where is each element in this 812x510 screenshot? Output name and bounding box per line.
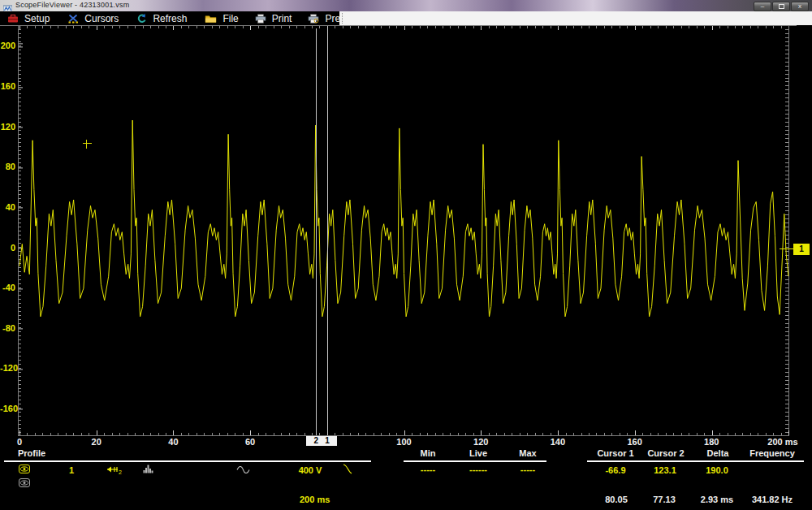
cursor-flag-1[interactable]: 1 — [325, 436, 330, 446]
cursor2-voltage: 123.1 — [654, 465, 676, 475]
timebase-value: 200 ms — [300, 495, 330, 504]
x-axis-tick-label: 20 — [92, 437, 102, 447]
y-axis-tick-label: 160 — [0, 81, 15, 91]
scope-file-viewer-window: ScopeFileViewer - 42313001.vsm – x Setup… — [0, 0, 812, 510]
folder-icon — [205, 14, 217, 24]
print-preview-icon — [308, 14, 319, 24]
x-axis-tick-label: 160 — [627, 437, 641, 447]
x-axis — [18, 435, 789, 436]
toolbar-grip[interactable] — [342, 13, 343, 24]
panel-divider — [587, 460, 804, 462]
setup-label: Setup — [24, 13, 50, 24]
toolbox-icon — [7, 14, 19, 24]
y-axis-tick-label: -120 — [0, 363, 15, 373]
cursors-button[interactable]: Cursors — [60, 11, 127, 25]
x-axis-tick-label: 40 — [168, 437, 178, 447]
min-value: ----- — [421, 465, 435, 474]
toolbar-filler — [339, 11, 812, 25]
svg-text:2: 2 — [119, 469, 122, 475]
printer-icon — [255, 14, 266, 24]
file-button[interactable]: File — [197, 11, 247, 25]
cursors-label: Cursors — [84, 13, 119, 24]
x-axis-tick-label: 200 ms — [767, 437, 797, 447]
cursor-flag-box[interactable]: 21 — [306, 436, 337, 446]
panel-divider — [404, 460, 546, 462]
channel-2-visibility-eye-icon[interactable] — [19, 478, 30, 487]
file-label: File — [222, 13, 238, 24]
frequency-header: Frequency — [749, 448, 795, 458]
y-axis-tick-label: 0 — [0, 243, 15, 253]
cursor2-time: 77.13 — [653, 495, 676, 504]
x-axis-major-ticks — [19, 430, 789, 435]
print-button[interactable]: Print — [248, 11, 301, 25]
channel-1-marker[interactable]: 1 — [793, 244, 810, 255]
channel-scale: 400 V — [299, 465, 322, 475]
cursor1-voltage: -66.9 — [605, 465, 625, 475]
channel-1-visibility-eye-icon[interactable] — [19, 465, 30, 473]
right-axis — [788, 25, 789, 435]
profile-header: Profile — [18, 448, 45, 458]
y-axis-tick-label: -160 — [0, 404, 15, 413]
y-axis-tick-label: 80 — [0, 162, 15, 171]
x-axis-tick-label: 100 — [396, 437, 411, 447]
max-header: Max — [519, 448, 536, 458]
live-header: Live — [469, 448, 487, 458]
right-axis-minor-ticks — [785, 29, 788, 435]
min-header: Min — [421, 448, 436, 458]
crosshair-pointer — [86, 140, 87, 149]
cursor1-time: 80.05 — [605, 495, 628, 504]
window-title: ScopeFileViewer - 42313001.vsm — [15, 1, 129, 9]
cursor-flag-2[interactable]: 2 — [313, 436, 318, 446]
max-value: ----- — [520, 465, 535, 474]
minimize-button[interactable]: – — [754, 2, 771, 11]
histogram-icon[interactable] — [143, 465, 153, 473]
cursors-icon — [67, 14, 79, 24]
x-axis-tick-label: 60 — [245, 437, 255, 447]
delta-voltage: 190.0 — [706, 465, 728, 475]
y-axis-tick-label: -40 — [0, 283, 15, 292]
cursor1-header: Cursor 1 — [597, 448, 633, 458]
delta-header: Delta — [707, 448, 729, 458]
refresh-icon — [136, 13, 147, 24]
y-axis-tick-label: 40 — [0, 202, 15, 212]
maximize-button[interactable] — [772, 2, 790, 11]
cursor-line-2[interactable] — [316, 28, 317, 435]
decay-slope-icon[interactable] — [343, 464, 352, 474]
close-button[interactable]: x — [791, 2, 809, 11]
crosshair-pointer — [83, 143, 92, 144]
x-axis-tick-label: 180 — [704, 437, 719, 447]
frequency-value: 341.82 Hz — [752, 495, 793, 504]
y-axis-major-ticks — [19, 29, 23, 435]
toolbar: Setup Cursors Refresh File Print Preview — [0, 11, 339, 25]
refresh-button[interactable]: Refresh — [129, 11, 196, 25]
y-axis-tick-label: 120 — [0, 122, 15, 132]
top-ruler-major-ticks — [19, 26, 789, 30]
x-axis-tick-label: 0 — [17, 437, 22, 447]
print-label: Print — [272, 13, 292, 24]
cursor2-header: Cursor 2 — [647, 448, 684, 458]
waveform-channel-1 — [19, 120, 788, 317]
y-axis-tick-label: 200 — [0, 41, 15, 50]
channel-number: 1 — [69, 465, 74, 475]
y-axis-tick-label: -80 — [0, 323, 15, 333]
x-axis-tick-label: 120 — [473, 437, 488, 447]
x-axis-tick-label: 140 — [551, 437, 565, 447]
cursor-line-1[interactable] — [327, 28, 328, 435]
probe-icon[interactable]: 2 — [106, 465, 123, 474]
channel-marker-line — [780, 249, 793, 249]
title-bar: ScopeFileViewer - 42313001.vsm – x — [0, 0, 812, 11]
panel-divider — [4, 460, 371, 462]
sine-wave-icon[interactable] — [236, 466, 250, 473]
setup-button[interactable]: Setup — [0, 11, 58, 25]
live-value: ------ — [469, 465, 487, 474]
delta-time: 2.93 ms — [701, 495, 733, 504]
refresh-label: Refresh — [153, 13, 187, 24]
